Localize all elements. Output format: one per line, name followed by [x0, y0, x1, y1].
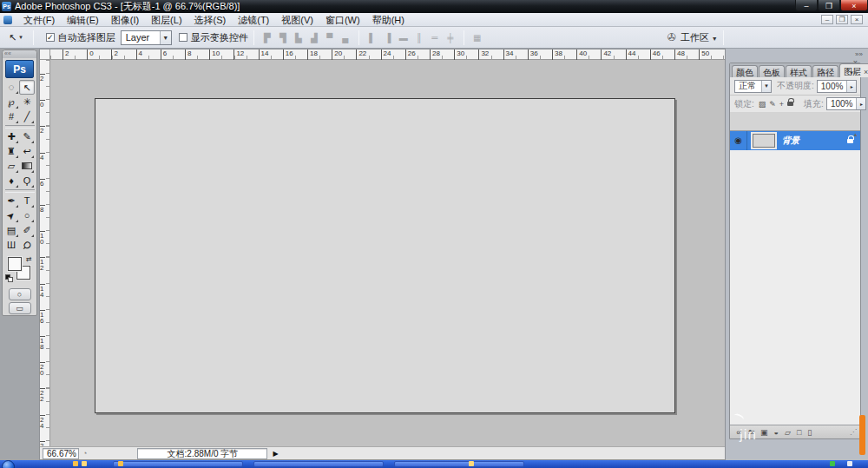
taskbar-window-button[interactable] [113, 461, 243, 467]
align-icon[interactable]: ▜ [277, 33, 289, 43]
align-icon[interactable]: ▛ [261, 33, 273, 43]
show-transform-checkbox[interactable] [179, 33, 187, 42]
distribute-icon[interactable]: ═ [429, 33, 441, 43]
menu-item[interactable]: 滤镜(T) [232, 15, 275, 25]
tray-icon[interactable] [847, 461, 852, 466]
tab-路径[interactable]: 路径 [812, 65, 838, 77]
layer-thumbnail[interactable] [753, 134, 775, 148]
align-icon[interactable]: ▀ [324, 33, 336, 43]
start-button[interactable] [2, 460, 15, 468]
doc-minimize-button[interactable]: – [821, 15, 833, 24]
auto-align-icon[interactable]: ▦ [471, 33, 483, 43]
layer-group-dropdown[interactable]: Layer ▼ [121, 30, 172, 45]
screen-mode-button[interactable]: ▭ [9, 302, 31, 314]
default-colors-icon[interactable] [5, 274, 13, 282]
menu-item[interactable]: 视图(V) [275, 15, 319, 25]
blur-tool[interactable]: ♦ [3, 174, 19, 188]
add-layer-mask-icon[interactable]: ▣ [760, 428, 768, 437]
menu-item[interactable]: 图像(I) [105, 15, 145, 25]
panel-menu-icon[interactable]: ▾≡ [848, 70, 858, 76]
distribute-icon[interactable]: ▬ [398, 33, 410, 43]
minimize-button[interactable]: – [795, 0, 818, 11]
brush-tool[interactable]: ✎ [19, 129, 35, 144]
lock-paint-icon[interactable]: ✎ [769, 100, 776, 109]
taskbar-window-button[interactable] [253, 461, 384, 467]
crop-tool[interactable]: # [3, 109, 19, 124]
quick-launch-icon[interactable] [73, 461, 78, 466]
distribute-icon[interactable]: ▐ [382, 33, 394, 43]
move-tool[interactable]: ↖ [19, 80, 35, 95]
tab-样式[interactable]: 样式 [786, 65, 812, 77]
lasso-tool[interactable]: ℘ [3, 95, 19, 109]
tab-色板[interactable]: 色板 [759, 65, 785, 77]
distribute-icon[interactable]: ║ [413, 33, 425, 43]
gradient-tool[interactable] [19, 159, 35, 174]
lock-all-icon[interactable] [787, 102, 793, 106]
lock-transparency-icon[interactable]: ▨ [759, 100, 766, 109]
blend-mode-dropdown[interactable]: 正常 ▼ [734, 80, 772, 93]
marquee-tool[interactable]: ◌ [3, 80, 19, 95]
magic-wand-tool[interactable]: ✳ [19, 95, 35, 109]
layer-list-scrollbar[interactable]: ▴ [852, 131, 859, 425]
maximize-button[interactable]: ❐ [818, 0, 840, 11]
tool-preset-picker[interactable]: ↖ ▾ [0, 32, 28, 43]
fill-field[interactable]: 100% ▸ [826, 97, 867, 110]
distribute-icon[interactable]: ▌ [366, 33, 378, 43]
close-tab-icon[interactable]: × [864, 68, 868, 76]
menu-item[interactable]: 窗口(W) [319, 15, 366, 25]
delete-layer-icon[interactable]: ▯ [807, 428, 812, 437]
new-layer-icon[interactable]: □ [797, 428, 801, 437]
menu-item[interactable]: 编辑(E) [61, 15, 105, 25]
clone-stamp-tool[interactable]: ♜ [3, 144, 19, 159]
workspace-menu[interactable]: 工作区 ▼ [681, 31, 718, 44]
hand-tool[interactable]: Ш [3, 238, 19, 253]
orange-scroll-marker [859, 415, 865, 455]
eraser-tool[interactable]: ▱ [3, 159, 19, 174]
close-button[interactable]: × [840, 0, 868, 11]
align-icon[interactable]: ▙ [293, 33, 305, 43]
shape-tool[interactable]: ○ [19, 208, 35, 223]
collapse-dock-icon[interactable]: »» [855, 50, 863, 58]
layer-visibility-toggle[interactable]: ◉ [730, 131, 747, 150]
ruler-tick-label: 18 [40, 336, 45, 350]
opacity-field[interactable]: 100% ▸ [817, 80, 858, 93]
dodge-tool[interactable]: Ϙ [19, 174, 35, 188]
history-brush-tool[interactable]: ↩ [19, 144, 35, 159]
canvas[interactable] [95, 98, 675, 413]
type-tool[interactable]: T [19, 194, 35, 208]
menu-item[interactable]: 帮助(H) [366, 15, 411, 25]
healing-brush-tool[interactable]: ✚ [3, 129, 19, 144]
quick-launch-icon[interactable] [82, 461, 87, 466]
foreground-color-swatch[interactable] [8, 257, 22, 271]
swap-colors-icon[interactable]: ⇄ [26, 255, 32, 263]
tray-icon[interactable] [830, 461, 835, 466]
align-icon[interactable]: ▟ [308, 33, 320, 43]
align-icon[interactable]: ▄ [339, 33, 352, 43]
status-expand-icon[interactable]: ▶ [273, 450, 278, 458]
menu-item[interactable]: 图层(L) [145, 15, 187, 25]
slice-tool[interactable]: ╱ [19, 109, 35, 124]
lock-position-icon[interactable]: + [779, 100, 784, 109]
eyedropper-tool[interactable]: ✐ [19, 223, 35, 238]
notes-tool[interactable]: ▤ [3, 223, 19, 238]
pen-tool[interactable]: ✒ [3, 194, 19, 208]
new-group-icon[interactable]: ▱ [785, 428, 791, 437]
zoom-level-field[interactable]: 66.67% [43, 448, 79, 459]
layer-row-background[interactable]: ◉ 背景 [730, 131, 860, 150]
tab-颜色[interactable]: 颜色 [732, 65, 758, 77]
windows-taskbar[interactable] [0, 460, 868, 468]
adjustment-layer-icon[interactable]: ◒ [774, 428, 779, 437]
resize-grip-icon[interactable]: ⋰ [850, 428, 857, 436]
collapse-toolbox-icon[interactable]: «« [3, 50, 36, 58]
doc-restore-button[interactable]: ❐ [836, 15, 848, 24]
taskbar-window-button[interactable] [394, 461, 524, 467]
auto-select-checkbox[interactable]: ✓ [46, 33, 55, 42]
distribute-icon[interactable]: ╪ [444, 33, 457, 43]
menu-item[interactable]: 选择(S) [188, 15, 233, 25]
menu-item[interactable]: 文件(F) [17, 15, 61, 25]
doc-close-button[interactable]: × [851, 15, 863, 24]
quick-mask-button[interactable]: ○ [9, 288, 31, 300]
path-selection-tool[interactable]: ➤ [3, 208, 19, 223]
zoom-tool[interactable]: Ϙ [19, 238, 35, 253]
go-to-bridge-icon[interactable]: ✇ [667, 31, 676, 43]
